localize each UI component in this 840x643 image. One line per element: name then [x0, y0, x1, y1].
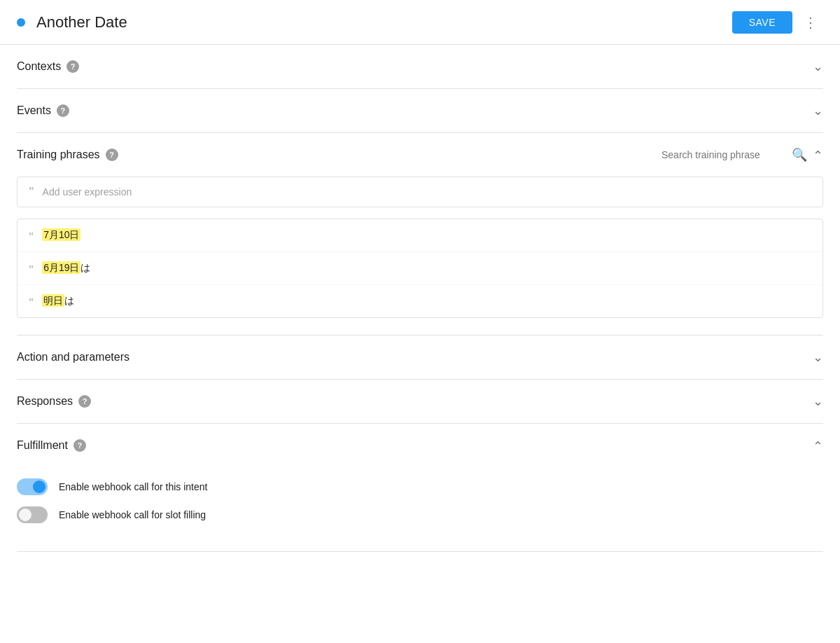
events-section: Events ? ⌄ — [17, 89, 823, 133]
header-left: Another Date — [17, 13, 127, 32]
contexts-chevron-icon: ⌄ — [813, 59, 823, 74]
action-parameters-title: Action and parameters — [17, 351, 130, 364]
events-chevron-icon: ⌄ — [813, 103, 823, 118]
training-phrases-chevron-icon: ⌄ — [813, 147, 823, 163]
responses-help-icon[interactable]: ? — [78, 395, 91, 408]
phrase-text: 7月10日 — [42, 229, 80, 242]
save-button[interactable]: SAVE — [732, 11, 792, 34]
phrase-text: 明日は — [42, 295, 74, 307]
fulfillment-section-header[interactable]: Fulfillment ? ⌄ — [17, 424, 823, 467]
action-parameters-header[interactable]: Action and parameters ⌄ — [17, 336, 823, 379]
header-right: SAVE ⋮ — [732, 8, 823, 36]
responses-section-header[interactable]: Responses ? ⌄ — [17, 380, 823, 423]
fulfillment-content: Enable webhook call for this intent Enab… — [17, 467, 823, 551]
responses-chevron-icon: ⌄ — [813, 394, 823, 409]
quote-icon: " — [29, 186, 34, 198]
phrase-quote-icon: " — [29, 296, 34, 307]
action-parameters-header-left: Action and parameters — [17, 351, 130, 364]
phrase-text: 6月19日は — [42, 262, 90, 275]
contexts-section: Contexts ? ⌄ — [17, 45, 823, 89]
training-phrases-header-left: Training phrases ? — [17, 148, 118, 161]
webhook-intent-toggle-row: Enable webhook call for this intent — [17, 478, 823, 495]
webhook-slot-toggle-row: Enable webhook call for slot filling — [17, 506, 823, 523]
events-header-left: Events ? — [17, 104, 69, 117]
add-expression-placeholder: Add user expression — [43, 186, 132, 198]
contexts-help-icon[interactable]: ? — [66, 60, 79, 73]
events-title: Events — [17, 104, 51, 117]
webhook-intent-toggle[interactable] — [17, 478, 48, 495]
training-phrases-help-icon[interactable]: ? — [106, 148, 118, 161]
status-dot — [17, 18, 25, 27]
fulfillment-chevron-icon: ⌄ — [813, 438, 823, 453]
page-title: Another Date — [36, 13, 127, 32]
fulfillment-title: Fulfillment — [17, 439, 68, 452]
training-phrases-section: Training phrases ? 🔍 ⌄ " Add user expres… — [17, 133, 823, 336]
fulfillment-help-icon[interactable]: ? — [74, 439, 86, 452]
search-input[interactable] — [662, 149, 788, 160]
webhook-intent-label: Enable webhook call for this intent — [59, 481, 207, 492]
phrase-quote-icon: " — [29, 230, 34, 242]
webhook-slot-label: Enable webhook call for slot filling — [59, 509, 206, 520]
training-phrases-header-right: 🔍 ⌄ — [662, 147, 823, 163]
fulfillment-section: Fulfillment ? ⌄ Enable webhook call for … — [17, 424, 823, 552]
contexts-header-left: Contexts ? — [17, 60, 79, 73]
contexts-title: Contexts — [17, 60, 61, 73]
responses-section: Responses ? ⌄ — [17, 380, 823, 424]
training-phrases-title: Training phrases — [17, 148, 100, 161]
events-help-icon[interactable]: ? — [57, 104, 69, 117]
responses-title: Responses — [17, 395, 73, 408]
phrase-suffix: は — [80, 262, 90, 273]
page-header: Another Date SAVE ⋮ — [0, 0, 840, 45]
responses-header-left: Responses ? — [17, 395, 91, 408]
more-menu-icon[interactable]: ⋮ — [798, 8, 823, 36]
training-phrases-content: " Add user expression " 7月10日 " 6月19日は — [17, 177, 823, 335]
table-row[interactable]: " 7月10日 — [18, 219, 822, 252]
events-section-header[interactable]: Events ? ⌄ — [17, 89, 823, 132]
phrase-suffix: は — [64, 295, 74, 306]
action-parameters-section: Action and parameters ⌄ — [17, 336, 823, 380]
phrase-highlight: 7月10日 — [42, 228, 80, 241]
fulfillment-header-left: Fulfillment ? — [17, 439, 86, 452]
phrase-highlight: 明日 — [42, 294, 64, 307]
table-row[interactable]: " 明日は — [18, 285, 822, 317]
webhook-intent-slider — [17, 478, 48, 495]
phrase-highlight: 6月19日 — [42, 261, 80, 274]
phrase-quote-icon: " — [29, 263, 34, 275]
training-phrases-header[interactable]: Training phrases ? 🔍 ⌄ — [17, 133, 823, 177]
search-icon: 🔍 — [792, 147, 807, 163]
phrases-container: " 7月10日 " 6月19日は " 明日は — [17, 219, 823, 318]
search-box: 🔍 — [662, 147, 807, 163]
webhook-slot-slider — [17, 506, 48, 523]
main-content: Contexts ? ⌄ Events ? ⌄ Training phrases… — [0, 45, 840, 552]
table-row[interactable]: " 6月19日は — [18, 252, 822, 285]
add-expression-input[interactable]: " Add user expression — [17, 177, 823, 207]
contexts-section-header[interactable]: Contexts ? ⌄ — [17, 45, 823, 88]
webhook-slot-toggle[interactable] — [17, 506, 48, 523]
action-parameters-chevron-icon: ⌄ — [813, 350, 823, 365]
